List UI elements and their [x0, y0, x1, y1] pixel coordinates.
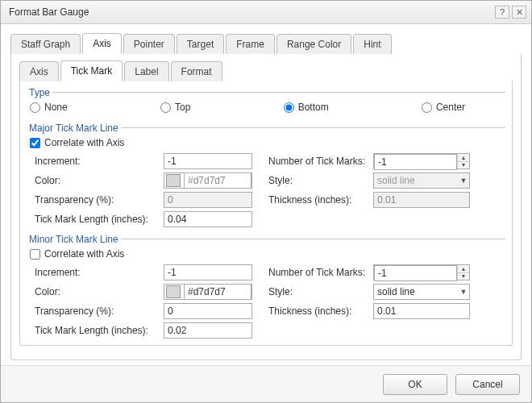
radio-center-label: Center	[436, 102, 465, 113]
major-trans-input	[164, 192, 252, 208]
radio-bottom-label: Bottom	[298, 102, 329, 113]
spinner-arrows: ▲ ▼	[457, 265, 469, 280]
major-increment-label: Increment:	[35, 156, 164, 167]
ok-button[interactable]: OK	[383, 374, 447, 395]
dialog-titlebar: Format Bar Gauge ? ✕	[1, 1, 531, 24]
cancel-button[interactable]: Cancel	[455, 374, 520, 395]
major-legend: Major Tick Mark Line	[27, 123, 121, 134]
minor-len-label: Tick Mark Length (inches):	[35, 325, 164, 336]
sub-tabs: Axis Tick Mark Label Format	[19, 61, 513, 81]
radio-top[interactable]: Top	[160, 102, 190, 113]
major-increment-input[interactable]	[164, 153, 252, 169]
tab-target[interactable]: Target	[177, 34, 224, 54]
major-tick-group: Major Tick Mark Line Correlate with Axis…	[27, 123, 505, 227]
spinner-up-icon[interactable]: ▲	[458, 154, 469, 161]
major-trans-label: Transparency (%):	[35, 194, 164, 206]
minor-fields: Increment: Number of Tick Marks: ▲ ▼ Col…	[27, 264, 505, 339]
close-icon[interactable]: ✕	[512, 6, 526, 19]
spinner-down-icon[interactable]: ▼	[458, 272, 469, 280]
major-thick-label: Thickness (inches):	[268, 194, 373, 206]
radio-center-input[interactable]	[422, 102, 432, 113]
major-len-input[interactable]	[164, 211, 252, 227]
dialog-footer: OK Cancel	[1, 365, 531, 402]
dialog-title: Format Bar Gauge	[9, 6, 493, 18]
tick-mark-panel: Type None Top Bottom	[19, 81, 513, 346]
radio-bottom[interactable]: Bottom	[284, 102, 329, 113]
tab-range-color[interactable]: Range Color	[276, 34, 351, 54]
major-correlate-row: Correlate with Axis	[27, 135, 505, 153]
major-correlate-label: Correlate with Axis	[44, 137, 124, 148]
tab-hint[interactable]: Hint	[353, 34, 391, 54]
spinner-down-icon[interactable]: ▼	[458, 161, 469, 169]
major-len-label: Tick Mark Length (inches):	[35, 214, 164, 225]
minor-thick-input[interactable]	[373, 303, 470, 319]
major-style-value: solid line	[377, 175, 458, 186]
chevron-down-icon: ▼	[458, 177, 469, 185]
spinner-arrows: ▲ ▼	[457, 154, 469, 168]
major-correlate-checkbox[interactable]	[30, 138, 40, 148]
major-numticks-spinner[interactable]: ▲ ▼	[373, 153, 470, 169]
subtab-axis[interactable]: Axis	[19, 61, 59, 81]
minor-numticks-spinner[interactable]: ▲ ▼	[373, 264, 470, 280]
minor-increment-input[interactable]	[164, 264, 252, 280]
radio-bottom-input[interactable]	[284, 102, 294, 113]
tab-staff-graph[interactable]: Staff Graph	[10, 34, 81, 54]
tab-axis[interactable]: Axis	[82, 33, 122, 54]
color-swatch-icon	[166, 174, 181, 187]
minor-thick-label: Thickness (inches):	[268, 305, 373, 317]
radio-none-input[interactable]	[30, 102, 40, 113]
format-bar-gauge-dialog: Format Bar Gauge ? ✕ Staff Graph Axis Po…	[0, 0, 532, 403]
type-options: None Top Bottom Center	[27, 99, 505, 116]
major-color-input	[184, 172, 251, 189]
major-style-select: solid line ▼	[373, 172, 470, 189]
minor-legend: Minor Tick Mark Line	[27, 234, 121, 245]
major-numticks-label: Number of Tick Marks:	[268, 156, 373, 167]
minor-correlate-row: Correlate with Axis	[27, 246, 505, 264]
major-style-label: Style:	[268, 175, 373, 186]
radio-top-input[interactable]	[160, 102, 171, 113]
primary-tabs: Staff Graph Axis Pointer Target Frame Ra…	[10, 32, 522, 53]
minor-len-input[interactable]	[164, 322, 252, 339]
type-legend: Type	[27, 87, 52, 98]
tab-pointer[interactable]: Pointer	[123, 34, 175, 54]
axis-panel: Axis Tick Mark Label Format Type None	[10, 53, 522, 360]
subtab-format[interactable]: Format	[171, 61, 222, 81]
radio-center[interactable]: Center	[422, 102, 465, 113]
subtab-tick-mark[interactable]: Tick Mark	[60, 60, 123, 81]
minor-style-label: Style:	[268, 286, 373, 297]
chevron-down-icon: ▼	[458, 288, 469, 296]
minor-color-input[interactable]	[184, 284, 251, 300]
minor-trans-label: Transparency (%):	[35, 305, 164, 317]
minor-trans-input[interactable]	[164, 303, 252, 319]
type-group: Type None Top Bottom	[27, 87, 505, 116]
minor-color-label: Color:	[35, 286, 164, 297]
radio-none-label: None	[44, 102, 68, 113]
major-thick-input	[373, 192, 470, 208]
radio-none[interactable]: None	[30, 102, 68, 113]
major-color-field[interactable]	[164, 172, 252, 189]
minor-correlate-label: Correlate with Axis	[44, 248, 124, 260]
minor-style-select[interactable]: solid line ▼	[373, 284, 470, 300]
minor-style-value: solid line	[377, 286, 458, 297]
radio-top-label: Top	[175, 102, 190, 113]
tab-frame[interactable]: Frame	[226, 34, 275, 54]
minor-increment-label: Increment:	[35, 267, 164, 278]
minor-color-field[interactable]	[164, 284, 252, 300]
major-fields: Increment: Number of Tick Marks: ▲ ▼ Col…	[27, 153, 505, 227]
minor-numticks-input[interactable]	[374, 265, 457, 281]
minor-tick-group: Minor Tick Mark Line Correlate with Axis…	[27, 234, 505, 339]
help-icon[interactable]: ?	[495, 6, 509, 19]
major-numticks-input[interactable]	[374, 154, 457, 170]
spinner-up-icon[interactable]: ▲	[458, 265, 469, 272]
major-color-label: Color:	[35, 175, 164, 186]
minor-correlate-checkbox[interactable]	[30, 249, 40, 260]
subtab-label[interactable]: Label	[124, 61, 168, 81]
dialog-body: Staff Graph Axis Pointer Target Frame Ra…	[1, 24, 531, 365]
color-swatch-icon	[166, 285, 181, 298]
minor-numticks-label: Number of Tick Marks:	[268, 267, 373, 278]
